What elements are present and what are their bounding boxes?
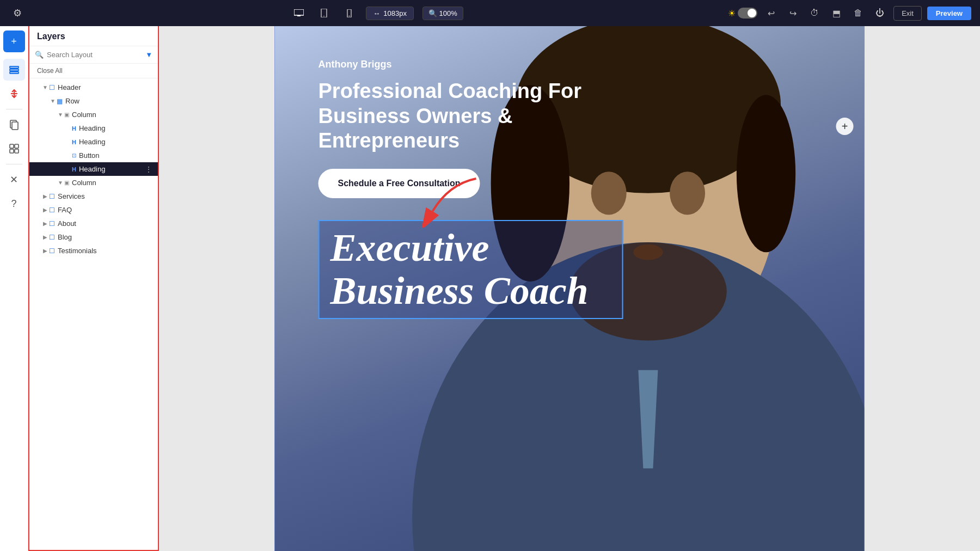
hero-section: Anthony Briggs Professional Coaching For… bbox=[275, 26, 865, 551]
topbar-right: ☀ ↩ ↪ ⏱ ⬒ 🗑 ⏻ Exit Preview bbox=[728, 5, 971, 21]
svg-rect-13 bbox=[10, 144, 14, 148]
device-desktop-button[interactable] bbox=[291, 5, 307, 21]
svg-point-25 bbox=[670, 172, 705, 215]
svg-rect-1 bbox=[297, 15, 301, 16]
toggle-icon: ▶ bbox=[41, 206, 49, 214]
layer-item-header[interactable]: ▼ ☐ Header bbox=[29, 81, 158, 94]
svg-rect-8 bbox=[10, 72, 19, 74]
item-label: Row bbox=[65, 97, 154, 105]
toggle-icon bbox=[64, 152, 72, 160]
toggle-icon: ▶ bbox=[41, 247, 49, 255]
close-all-button[interactable]: Close All bbox=[29, 64, 158, 78]
item-label: Heading bbox=[79, 165, 144, 173]
toggle-icon bbox=[64, 125, 72, 132]
layer-item-about[interactable]: ▶ ☐ About bbox=[29, 217, 158, 230]
item-label: FAQ bbox=[58, 206, 154, 214]
svg-rect-14 bbox=[15, 144, 19, 148]
section-icon: ☐ bbox=[49, 247, 55, 255]
section-icon: ☐ bbox=[49, 220, 55, 228]
svg-rect-15 bbox=[10, 149, 14, 153]
column-icon: ▣ bbox=[64, 112, 69, 118]
layers-search-row: 🔍 ▼ bbox=[29, 46, 158, 64]
undo-button[interactable]: ↩ bbox=[763, 5, 779, 21]
svg-rect-7 bbox=[10, 69, 19, 71]
section-icon: ☐ bbox=[49, 193, 55, 200]
item-label: Button bbox=[79, 151, 154, 160]
topbar-left: ⚙ bbox=[9, 4, 26, 22]
item-options-button[interactable]: ⋮ bbox=[144, 166, 154, 173]
widgets-sidebar-button[interactable] bbox=[3, 138, 25, 160]
layer-item-column1[interactable]: ▼ ▣ Column bbox=[29, 108, 158, 121]
layer-item-heading3[interactable]: H Heading ⋮ bbox=[29, 162, 158, 176]
power-button[interactable]: ⏻ bbox=[872, 5, 888, 21]
theme-toggle[interactable]: ☀ bbox=[728, 8, 757, 19]
device-mobile-button[interactable] bbox=[341, 5, 357, 21]
toggle-icon: ▼ bbox=[57, 179, 64, 187]
hero-name: Anthony Briggs bbox=[318, 59, 623, 70]
dimension-arrow-icon: ↔ bbox=[373, 9, 380, 17]
svg-rect-6 bbox=[10, 66, 19, 68]
trash-button[interactable]: 🗑 bbox=[850, 5, 866, 21]
filter-icon[interactable]: ▼ bbox=[145, 51, 152, 59]
layer-item-faq[interactable]: ▶ ☐ FAQ bbox=[29, 203, 158, 217]
dimension-value: 1083px bbox=[383, 9, 407, 17]
layers-search-input[interactable] bbox=[47, 51, 142, 59]
layer-item-heading1[interactable]: H Heading bbox=[29, 121, 158, 135]
layer-item-column2[interactable]: ▼ ▣ Column bbox=[29, 176, 158, 189]
row-icon: ▦ bbox=[57, 97, 63, 105]
item-label: Testimonials bbox=[58, 247, 154, 255]
sidebar-divider-2 bbox=[6, 164, 22, 164]
icon-sidebar: + bbox=[0, 26, 28, 551]
add-section-button[interactable]: + bbox=[836, 118, 854, 135]
toggle-icon: ▼ bbox=[49, 97, 57, 105]
canvas-area[interactable]: Anthony Briggs Professional Coaching For… bbox=[159, 26, 980, 551]
pages-sidebar-button[interactable] bbox=[3, 114, 25, 136]
layer-item-blog[interactable]: ▶ ☐ Blog bbox=[29, 230, 158, 244]
preview-button[interactable]: Preview bbox=[927, 7, 971, 20]
device-tablet-button[interactable] bbox=[316, 5, 332, 21]
arrange-sidebar-button[interactable] bbox=[3, 83, 25, 105]
large-heading-line1: Executive bbox=[330, 226, 611, 270]
svg-point-3 bbox=[324, 16, 325, 17]
item-label: Column bbox=[72, 111, 154, 119]
button-icon: ⊡ bbox=[72, 152, 76, 158]
svg-rect-16 bbox=[15, 149, 19, 153]
help-sidebar-button[interactable]: ? bbox=[3, 193, 25, 215]
main-area: + bbox=[0, 26, 980, 551]
toggle-icon: ▶ bbox=[41, 220, 49, 228]
layers-sidebar-button[interactable] bbox=[3, 59, 25, 81]
toggle-switch[interactable] bbox=[738, 8, 757, 19]
topbar-center: ↔ 1083px 🔍 100% bbox=[291, 5, 463, 21]
toggle-icon: ▶ bbox=[41, 234, 49, 241]
dimension-display[interactable]: ↔ 1083px bbox=[366, 7, 414, 20]
selected-heading-container[interactable]: Executive Business Coach bbox=[318, 220, 623, 319]
toggle-icon: ▶ bbox=[41, 193, 49, 200]
layers-tree: ▼ ☐ Header ▼ ▦ Row ▼ ▣ Column H Heading bbox=[29, 78, 158, 550]
large-heading: Executive Business Coach bbox=[330, 226, 611, 313]
layout-button[interactable]: ⬒ bbox=[828, 5, 844, 21]
add-element-button[interactable]: + bbox=[3, 30, 25, 52]
large-heading-line2: Business Coach bbox=[330, 270, 611, 313]
layer-item-services[interactable]: ▶ ☐ Services bbox=[29, 189, 158, 203]
heading-icon: H bbox=[72, 125, 76, 132]
layer-item-heading2[interactable]: H Heading bbox=[29, 135, 158, 149]
layers-title: Layers bbox=[29, 26, 158, 46]
layer-item-testimonials[interactable]: ▶ ☐ Testimonials bbox=[29, 244, 158, 258]
settings-sidebar-button[interactable]: ✕ bbox=[3, 169, 25, 191]
svg-point-23 bbox=[737, 95, 795, 252]
sidebar-divider bbox=[6, 109, 22, 109]
svg-rect-12 bbox=[12, 122, 18, 130]
toggle-icon: ▼ bbox=[41, 84, 49, 91]
gear-button[interactable]: ⚙ bbox=[9, 4, 26, 22]
cta-button[interactable]: Schedule a Free Consultation bbox=[318, 169, 480, 198]
zoom-display[interactable]: 🔍 100% bbox=[422, 7, 463, 20]
zoom-icon: 🔍 bbox=[428, 9, 437, 17]
layer-item-row[interactable]: ▼ ▦ Row bbox=[29, 94, 158, 108]
item-label: Services bbox=[58, 192, 154, 200]
history-button[interactable]: ⏱ bbox=[806, 5, 823, 21]
redo-button[interactable]: ↪ bbox=[785, 5, 801, 21]
layers-panel: Layers 🔍 ▼ Close All ▼ ☐ Header ▼ ▦ Row … bbox=[28, 26, 159, 551]
layer-item-button[interactable]: ⊡ Button bbox=[29, 149, 158, 162]
exit-button[interactable]: Exit bbox=[893, 6, 922, 21]
column-icon: ▣ bbox=[64, 180, 69, 186]
